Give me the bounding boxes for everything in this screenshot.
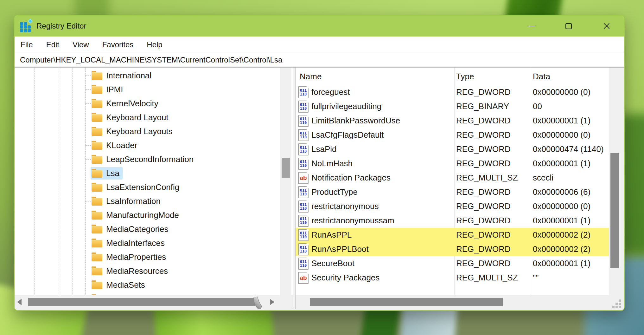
title-bar[interactable]: Registry Editor xyxy=(15,16,624,36)
tree-item[interactable]: LeapSecondInformation xyxy=(15,152,293,166)
dword-binary-icon: 011 110 xyxy=(298,243,309,255)
tree-item-body[interactable]: MediaCategories xyxy=(91,223,172,235)
registry-tree-pane[interactable]: International IPMI KernelVelocity Keyboa… xyxy=(15,68,293,309)
scrollbar-thumb[interactable] xyxy=(310,298,503,306)
pane-divider[interactable] xyxy=(293,68,296,309)
tree-item-body[interactable]: IPMI xyxy=(91,83,126,96)
tree-item[interactable]: MediaCategories xyxy=(15,222,293,236)
registry-value-row[interactable]: ab Notification Packages REG_MULTI_SZ sc… xyxy=(296,171,609,185)
tree-item[interactable]: IPMI xyxy=(15,82,293,96)
tree-item[interactable]: MediaResources xyxy=(15,264,293,278)
tree-item[interactable]: ManufacturingMode xyxy=(15,208,293,222)
value-data: 0x00000001 (1) xyxy=(533,116,590,126)
registry-value-row[interactable]: 011 110 restrictanonymoussam REG_DWORD 0… xyxy=(296,213,609,228)
scrollbar-thumb[interactable] xyxy=(282,158,290,178)
maximize-button[interactable] xyxy=(558,16,579,36)
tree-item[interactable]: MediaInterfaces xyxy=(15,236,293,250)
tree-item[interactable]: LsaExtensionConfig xyxy=(15,180,293,194)
tree-item-body[interactable]: ManufacturingMode xyxy=(91,209,182,221)
scrollbar-thumb[interactable] xyxy=(28,298,255,306)
maximize-icon xyxy=(565,23,572,29)
tree-item-body[interactable]: Keyboard Layout xyxy=(91,111,172,124)
value-data: "" xyxy=(533,273,539,283)
registry-value-row[interactable]: 011 110 RunAsPPL REG_DWORD 0x00000002 (2… xyxy=(296,228,609,242)
folder-icon xyxy=(92,183,102,192)
tree-item[interactable]: KernelVelocity xyxy=(15,96,293,110)
value-data: 0x00000000 (0) xyxy=(533,87,590,97)
tree-item[interactable]: MediaProperties xyxy=(15,250,293,264)
tree-item-body[interactable]: International xyxy=(91,69,155,82)
registry-value-row[interactable]: 011 110 LsaCfgFlagsDefault REG_DWORD 0x0… xyxy=(296,128,609,142)
registry-value-row[interactable]: 011 110 forceguest REG_DWORD 0x00000000 … xyxy=(296,85,609,99)
column-header-type[interactable]: Type xyxy=(456,72,474,82)
folder-icon xyxy=(92,113,102,122)
registry-value-row[interactable]: 011 110 LsaPid REG_DWORD 0x00000474 (114… xyxy=(296,142,609,156)
tree-item-body[interactable]: MediaSets xyxy=(91,279,148,291)
column-header-data[interactable]: Data xyxy=(533,72,550,82)
tree-item-label: Keyboard Layouts xyxy=(106,127,173,136)
tree-vertical-scrollbar[interactable] xyxy=(280,68,291,295)
tree-horizontal-scrollbar[interactable] xyxy=(15,295,293,309)
address-bar[interactable]: Computer\HKEY_LOCAL_MACHINE\SYSTEM\Curre… xyxy=(15,53,624,68)
tree-item-label: LsaInformation xyxy=(106,196,161,206)
minimize-button[interactable] xyxy=(521,16,542,36)
tree-item-body[interactable]: LeapSecondInformation xyxy=(91,153,197,166)
tree-item[interactable]: Keyboard Layouts xyxy=(15,124,293,138)
menu-favorites[interactable]: Favorites xyxy=(96,40,140,49)
value-type: REG_DWORD xyxy=(456,144,511,154)
menu-edit[interactable]: Edit xyxy=(40,40,66,49)
close-button[interactable] xyxy=(596,16,617,36)
registry-value-row[interactable]: 011 110 LimitBlankPasswordUse REG_DWORD … xyxy=(296,114,609,128)
window-resize-grip[interactable] xyxy=(613,299,621,308)
value-name: SecureBoot xyxy=(311,259,354,268)
tree-item-body[interactable]: LsaInformation xyxy=(91,195,164,207)
tree-item[interactable]: International xyxy=(15,69,293,82)
tree-item[interactable]: LsaInformation xyxy=(15,194,293,208)
tree-item[interactable]: Keyboard Layout xyxy=(15,110,293,124)
scroll-right-arrow-icon[interactable] xyxy=(270,299,274,305)
menu-help[interactable]: Help xyxy=(140,40,169,49)
menu-file[interactable]: File xyxy=(14,40,40,49)
values-vertical-scrollbar[interactable] xyxy=(609,68,621,295)
tree-item-label: ManufacturingMode xyxy=(106,210,179,220)
tree-item[interactable]: Lsa xyxy=(15,166,293,180)
tree-item[interactable]: MediaSets xyxy=(15,278,293,292)
tree-item-body[interactable]: Lsa xyxy=(91,167,123,180)
value-name: Security Packages xyxy=(311,273,379,283)
registry-values-pane[interactable]: Name Type Data 011 110 forceguest REG_DW… xyxy=(296,68,624,309)
value-type: REG_DWORD xyxy=(456,201,511,211)
close-icon xyxy=(603,23,610,30)
tree-item-body[interactable]: MediaResources xyxy=(91,265,171,277)
tree-item-body[interactable]: MediaInterfaces xyxy=(91,237,168,249)
registry-value-row[interactable]: 011 110 NoLmHash REG_DWORD 0x00000001 (1… xyxy=(296,156,609,171)
dword-binary-icon: 011 110 xyxy=(298,258,309,270)
tree-item-label: IPMI xyxy=(106,85,123,95)
tree-item-body[interactable]: KernelVelocity xyxy=(91,97,162,110)
tree-item-label: MediaCategories xyxy=(106,224,169,234)
tree-item-body[interactable]: LsaExtensionConfig xyxy=(91,181,182,194)
scrollbar-thumb[interactable] xyxy=(610,153,619,268)
tree-item-body[interactable]: MediaProperties xyxy=(91,251,169,263)
scroll-left-arrow-icon[interactable] xyxy=(17,299,22,305)
column-header-name[interactable]: Name xyxy=(300,72,322,82)
value-type: REG_DWORD xyxy=(456,259,511,268)
value-name: RunAsPPLBoot xyxy=(311,244,369,254)
registry-value-row[interactable]: 011 110 fullprivilegeauditing REG_BINARY… xyxy=(296,99,609,114)
tree-item[interactable]: KLoader xyxy=(15,138,293,152)
values-list: Name Type Data 011 110 forceguest REG_DW… xyxy=(296,68,609,295)
menu-view[interactable]: View xyxy=(66,40,96,49)
registry-value-row[interactable]: 011 110 ProductType REG_DWORD 0x00000006… xyxy=(296,185,609,199)
tree-item-body[interactable]: Keyboard Layouts xyxy=(91,125,176,138)
registry-value-row[interactable]: 011 110 RunAsPPLBoot REG_DWORD 0x0000000… xyxy=(296,242,609,256)
values-horizontal-scrollbar[interactable] xyxy=(296,295,624,309)
tree-item-label: MediaResources xyxy=(106,266,168,276)
value-data: 0x00000474 (1140) xyxy=(533,144,604,154)
tree-item-body[interactable]: KLoader xyxy=(91,139,140,152)
registry-value-row[interactable]: 011 110 restrictanonymous REG_DWORD 0x00… xyxy=(296,199,609,213)
registry-value-row[interactable]: 011 110 SecureBoot REG_DWORD 0x00000001 … xyxy=(296,256,609,271)
folder-icon xyxy=(92,85,102,94)
registry-value-row[interactable]: ab Security Packages REG_MULTI_SZ "" xyxy=(296,271,609,285)
value-data: 0x00000001 (1) xyxy=(533,259,590,268)
value-data: 00 xyxy=(533,102,542,111)
value-type: REG_DWORD xyxy=(456,187,511,197)
